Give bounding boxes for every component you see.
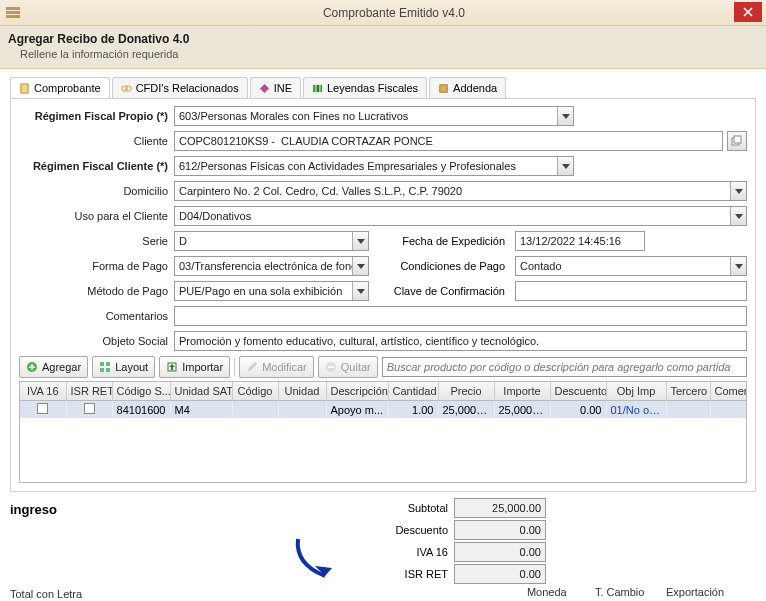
cliente-input[interactable] (174, 131, 723, 151)
cell-unidad (278, 401, 326, 419)
regimen-propio-select[interactable] (174, 106, 574, 126)
tab-addenda[interactable]: Addenda (429, 77, 506, 98)
svg-rect-15 (734, 136, 741, 143)
edit-icon (246, 361, 258, 373)
col-iva[interactable]: IVA 16 (20, 382, 66, 401)
label-comentarios: Comentarios (19, 310, 174, 322)
fecha-exp-input[interactable] (515, 231, 645, 251)
forma-pago-select[interactable] (174, 256, 369, 276)
cell-desc: Apoyo m... (326, 401, 388, 419)
form-pane: Régimen Fiscal Propio (*) Cliente Régime… (10, 98, 756, 492)
subtotal-value (454, 498, 546, 518)
svg-rect-1 (6, 11, 20, 14)
col-obj[interactable]: Obj Imp (606, 382, 666, 401)
regimen-cliente-select[interactable] (174, 156, 574, 176)
plus-icon (26, 361, 38, 373)
tab-cfdis[interactable]: CFDI's Relacionados (112, 77, 248, 98)
doc-icon (19, 83, 30, 94)
label-cond-pago: Condiciones de Pago (373, 260, 511, 272)
serie-select[interactable] (174, 231, 369, 251)
isr-value (454, 564, 546, 584)
grid-row[interactable]: 84101600 M4 Apoyo m... 1.00 25,000.00 25… (20, 401, 747, 419)
svg-marker-32 (248, 362, 257, 371)
page-title: Agregar Recibo de Donativo 4.0 (8, 32, 758, 46)
objeto-input[interactable] (174, 331, 747, 351)
col-precio[interactable]: Precio (438, 382, 494, 401)
label-domicilio: Domicilio (19, 185, 174, 197)
cards-icon (731, 135, 743, 147)
uso-select[interactable] (174, 206, 747, 226)
clave-conf-input[interactable] (515, 281, 747, 301)
col-coment[interactable]: Comenta... (710, 382, 747, 401)
tab-label: Addenda (453, 82, 497, 94)
cell-descuento: 0.00 (550, 401, 606, 419)
page-subtitle: Rellene la información requerida (20, 48, 758, 60)
importar-button[interactable]: Importar (159, 356, 230, 378)
col-codigo[interactable]: Código (232, 382, 278, 401)
cell-codigo (232, 401, 278, 419)
books-icon (312, 83, 323, 94)
cell-precio: 25,000.00 (438, 401, 494, 419)
col-unidad-sat[interactable]: Unidad SAT (170, 382, 232, 401)
cond-pago-select[interactable] (515, 256, 747, 276)
col-cant[interactable]: Cantidad (388, 382, 438, 401)
col-isr[interactable]: ISR RET (66, 382, 112, 401)
col-descuento[interactable]: Descuento (550, 382, 606, 401)
cliente-lookup-button[interactable] (727, 131, 747, 151)
label-uso: Uso para el Cliente (19, 210, 174, 222)
label-cliente: Cliente (19, 135, 174, 147)
label-iva: IVA 16 (374, 546, 454, 558)
btn-label: Modificar (262, 361, 307, 373)
tabs: Comprobante CFDI's Relacionados INE Leye… (0, 69, 766, 98)
col-importe[interactable]: Importe (494, 382, 550, 401)
close-icon (743, 7, 753, 17)
svg-marker-31 (169, 364, 175, 370)
items-grid[interactable]: IVA 16 ISR RET Código S... Unidad SAT Có… (19, 381, 747, 483)
label-metodo-pago: Método de Pago (19, 285, 174, 297)
cell-coment (710, 401, 747, 419)
label-export: Exportación (666, 586, 756, 598)
col-desc[interactable]: Descripción (326, 382, 388, 401)
label-moneda: Moneda (527, 586, 583, 598)
layout-icon (99, 361, 111, 373)
label-serie: Serie (19, 235, 174, 247)
btn-label: Quitar (341, 361, 371, 373)
label-descuento: Descuento (374, 524, 454, 536)
tab-comprobante[interactable]: Comprobante (10, 77, 110, 98)
label-subtotal: Subtotal (374, 502, 454, 514)
search-input[interactable] (382, 357, 747, 377)
metodo-pago-select[interactable] (174, 281, 369, 301)
col-codigos[interactable]: Código S... (112, 382, 170, 401)
btn-label: Layout (115, 361, 148, 373)
cell-obj: 01/No ob... (606, 401, 666, 419)
tab-ine[interactable]: INE (250, 77, 301, 98)
svg-rect-2 (6, 15, 20, 18)
iva-checkbox[interactable] (37, 403, 48, 414)
label-tcambio: T. Cambio (595, 586, 654, 598)
svg-rect-11 (320, 84, 322, 91)
svg-rect-5 (21, 83, 28, 92)
label-fecha-exp: Fecha de Expedición (373, 235, 511, 247)
label-objeto: Objeto Social (19, 335, 174, 347)
close-button[interactable] (734, 2, 762, 22)
agregar-button[interactable]: Agregar (19, 356, 88, 378)
modificar-button[interactable]: Modificar (239, 356, 314, 378)
grid-header-row: IVA 16 ISR RET Código S... Unidad SAT Có… (20, 382, 747, 401)
layout-button[interactable]: Layout (92, 356, 155, 378)
svg-rect-26 (100, 362, 104, 366)
col-unidad[interactable]: Unidad (278, 382, 326, 401)
quitar-button[interactable]: Quitar (318, 356, 378, 378)
tab-leyendas[interactable]: Leyendas Fiscales (303, 77, 427, 98)
cell-unidad-sat: M4 (170, 401, 232, 419)
import-icon (166, 361, 178, 373)
window-title: Comprobante Emitido v4.0 (28, 6, 760, 20)
totals-section: ingreso Subtotal Descuento IVA 16 ISR RE… (10, 498, 756, 601)
cell-cant: 1.00 (388, 401, 438, 419)
col-tercero[interactable]: Tercero (666, 382, 710, 401)
domicilio-select[interactable] (174, 181, 747, 201)
isr-checkbox[interactable] (84, 403, 95, 414)
iva-value (454, 542, 546, 562)
btn-label: Agregar (42, 361, 81, 373)
comentarios-input[interactable] (174, 306, 747, 326)
cell-importe: 25,000.00 (494, 401, 550, 419)
